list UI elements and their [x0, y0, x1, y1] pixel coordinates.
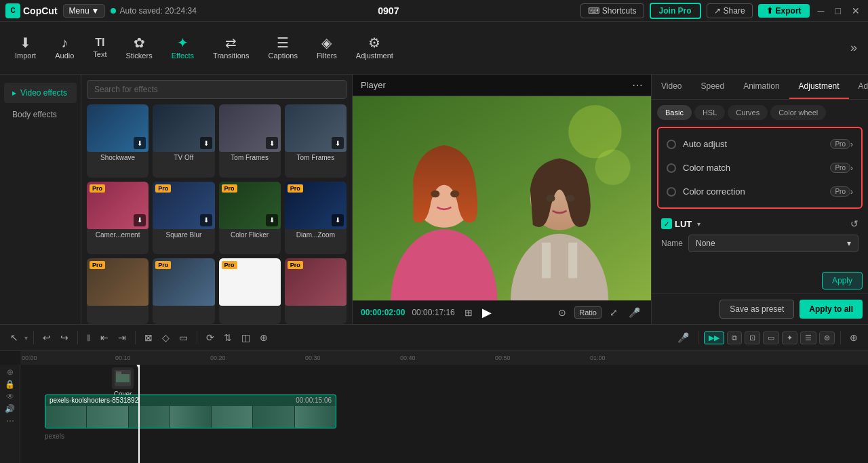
menu-button[interactable]: Menu ▼: [63, 4, 106, 18]
effect-row3a[interactable]: Pro: [87, 258, 149, 324]
shortcuts-button[interactable]: ⌨ Shortcuts: [580, 3, 644, 18]
player-menu-button[interactable]: ⋯: [632, 79, 643, 92]
tl-video-track-button[interactable]: ▶▶: [704, 331, 724, 344]
maximize-button[interactable]: □: [833, 5, 844, 16]
effect-row3d[interactable]: Pro: [285, 258, 347, 324]
ratio-button[interactable]: Ratio: [574, 306, 601, 319]
play-button[interactable]: ▶: [482, 305, 492, 320]
tl-shape-button[interactable]: ◇: [159, 330, 173, 345]
adjustment-auto-adjust[interactable]: Auto adjust Pro ›: [663, 132, 857, 156]
color-correction-radio[interactable]: [667, 187, 676, 197]
cover-item[interactable]: Cover: [112, 367, 134, 398]
tl-mic-button[interactable]: 🎤: [674, 330, 692, 345]
joinpro-button[interactable]: Join Pro: [650, 3, 701, 19]
adjustment-color-correction[interactable]: Color correction Pro ›: [663, 180, 857, 203]
tl-flip-button[interactable]: ⇅: [220, 330, 235, 345]
tl-track-btn6[interactable]: ☰: [800, 331, 816, 344]
tl-track-btn7[interactable]: ⊕: [819, 331, 835, 344]
topbar: C CopCut Menu ▼ Auto saved: 20:24:34 090…: [0, 0, 868, 22]
video-clip[interactable]: pexels-koolshooters-8531892 00:00:15:06: [45, 395, 336, 428]
effect-diam-zoom[interactable]: Pro ⬇ Diam...Zoom: [285, 182, 347, 255]
save-preset-button[interactable]: Save as preset: [719, 300, 794, 319]
tl-track-btn4[interactable]: ▭: [763, 331, 779, 344]
tl-track-btn5[interactable]: ✦: [782, 331, 797, 344]
tool-text[interactable]: TI Text: [83, 33, 116, 62]
left-panel-item-video-effects[interactable]: Video effects: [4, 83, 77, 103]
tool-filters[interactable]: ◈ Filters: [307, 32, 347, 64]
project-name: 0907: [202, 5, 575, 16]
tl-split-left-button[interactable]: ⇤: [97, 330, 112, 345]
tool-effects[interactable]: ✦ Effects: [162, 32, 203, 64]
shockwave-label: Shockwave: [87, 152, 149, 163]
effect-row3b[interactable]: Pro: [153, 258, 214, 324]
tl-crop-button[interactable]: ◫: [238, 330, 254, 345]
tl-track-btn2[interactable]: ⧉: [727, 331, 742, 344]
pexels-track-label: pexels: [45, 432, 64, 440]
left-panel-item-body-effects[interactable]: Body effects: [4, 104, 77, 125]
grid-view-button[interactable]: ⊞: [462, 306, 475, 319]
effect-row3c[interactable]: Pro: [219, 258, 281, 324]
track-icon-eye[interactable]: 👁: [6, 392, 14, 401]
tool-audio[interactable]: ♪ Audio: [45, 32, 83, 64]
tool-adjustment[interactable]: ⚙ Adjustment: [347, 32, 403, 64]
tool-transitions[interactable]: ⇄ Transitions: [203, 32, 258, 64]
tab-adjustment[interactable]: Adjustment: [789, 75, 849, 99]
lut-refresh-button[interactable]: ↺: [850, 218, 859, 229]
track-icon-more[interactable]: ⋯: [6, 416, 14, 426]
tl-redo-button[interactable]: ↪: [57, 330, 72, 345]
autosave-status: Auto saved: 20:24:34: [111, 6, 196, 16]
tl-track-btn3[interactable]: ⊡: [745, 331, 760, 344]
svg-point-2: [595, 150, 630, 185]
adjustment-color-match[interactable]: Color match Pro ›: [663, 156, 857, 180]
subtab-color-wheel[interactable]: Color wheel: [770, 105, 826, 120]
track-icon-add[interactable]: ⊕: [7, 367, 14, 377]
tl-zoom-button[interactable]: ⊕: [846, 330, 861, 345]
tl-split-button[interactable]: ⦀: [83, 330, 94, 346]
effect-tom-frames-1[interactable]: ⬇ Tom Frames: [219, 104, 281, 178]
tab-animation[interactable]: Animation: [734, 75, 789, 99]
svg-rect-8: [542, 243, 551, 278]
toolbar-expand-button[interactable]: »: [845, 41, 863, 55]
track-icon-lock[interactable]: 🔒: [5, 380, 15, 389]
subtab-curves-label: Curves: [736, 108, 760, 117]
subtab-hsl[interactable]: HSL: [694, 105, 725, 120]
tab-speed[interactable]: Speed: [691, 75, 734, 99]
track-icon-mute[interactable]: 🔊: [5, 404, 15, 414]
subtab-curves[interactable]: Curves: [728, 105, 768, 120]
tab-more[interactable]: Add+: [849, 75, 868, 99]
fullscreen-button[interactable]: ⤢: [607, 306, 620, 319]
tool-import[interactable]: ⬇ Import: [5, 32, 45, 64]
effect-tv-off[interactable]: ⬇ TV Off: [153, 104, 214, 178]
tool-captions[interactable]: ☰ Captions: [258, 32, 307, 64]
effect-shockwave[interactable]: ⬇ Shockwave: [87, 104, 149, 178]
effect-color-flicker[interactable]: Pro ⬇ Color Flicker: [219, 182, 281, 255]
effect-tom-frames-2[interactable]: ⬇ Tom Frames: [285, 104, 347, 178]
effect-square-blur[interactable]: Pro ⬇ Square Blur: [153, 182, 214, 255]
mic-button[interactable]: 🎤: [626, 306, 643, 319]
lut-name-dropdown[interactable]: None ▾: [688, 235, 859, 252]
close-button[interactable]: ✕: [849, 5, 863, 16]
tl-add-button[interactable]: ⊕: [256, 330, 271, 345]
tl-select-button[interactable]: ↖: [7, 330, 22, 345]
tab-video[interactable]: Video: [652, 75, 691, 99]
effect-camera-movement[interactable]: Pro ⬇ Camer...ement: [87, 182, 149, 255]
tl-rect-button[interactable]: ▭: [176, 330, 191, 345]
tool-stickers[interactable]: ✿ Stickers: [117, 32, 162, 64]
apply-button[interactable]: Apply: [822, 272, 863, 289]
tl-split-right-button[interactable]: ⇥: [115, 330, 130, 345]
subtab-basic[interactable]: Basic: [657, 105, 692, 120]
screenshot-button[interactable]: ⊙: [555, 306, 569, 319]
effects-search-input[interactable]: [87, 80, 347, 99]
share-button[interactable]: ↗ Share: [707, 3, 753, 18]
track-content: ▼ Cover pexels-koolshooters-8531892 00:0…: [20, 365, 868, 463]
auto-adjust-radio[interactable]: [667, 140, 676, 149]
export-button[interactable]: ⬆ Export: [758, 4, 810, 18]
ruler-tick-5: 00:50: [495, 355, 511, 361]
tl-undo-button[interactable]: ↩: [39, 330, 54, 345]
tl-rotate-button[interactable]: ⟳: [203, 330, 218, 345]
lut-checkbox[interactable]: ✓: [661, 218, 672, 229]
tl-delete-button[interactable]: ⊠: [141, 330, 156, 345]
minimize-button[interactable]: ─: [815, 5, 827, 16]
color-match-radio[interactable]: [667, 163, 676, 173]
apply-all-button[interactable]: Apply to all: [800, 300, 863, 319]
